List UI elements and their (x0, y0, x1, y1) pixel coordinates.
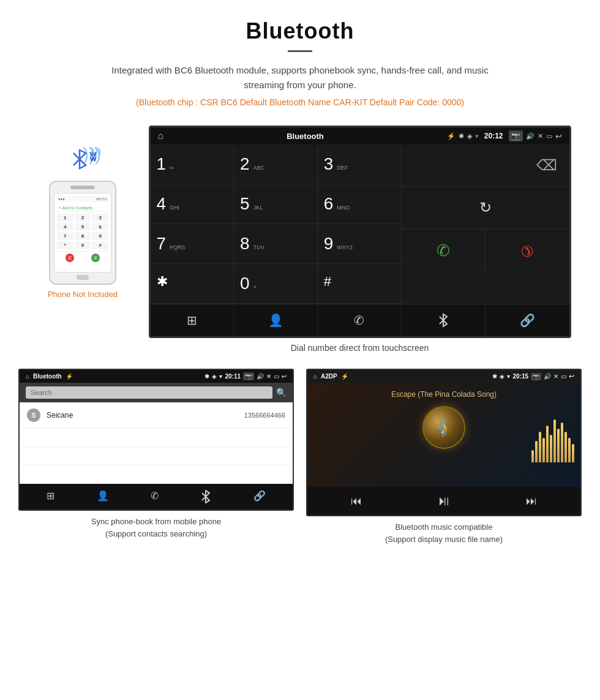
phone-key-3[interactable]: 3 (92, 214, 108, 222)
music-home-icon[interactable]: ⌂ (313, 373, 317, 380)
eq-bar-7 (553, 420, 556, 462)
pb-tool-dialpad[interactable]: ⊞ (47, 490, 54, 503)
toolbar-dialpad-button[interactable]: ⊞ (151, 304, 234, 336)
toolbar-link-button[interactable]: 🔗 (486, 304, 569, 336)
phone-key-5[interactable]: 5 (75, 223, 91, 231)
pb-time: 20:11 (225, 373, 241, 380)
car-screen-caption: Dial number direct from touchscreen (149, 343, 571, 353)
pb-camera-icon[interactable]: 📷 (243, 372, 254, 380)
phone-key-8[interactable]: 8 (75, 232, 91, 240)
next-track-button[interactable]: ⏭ (526, 495, 537, 508)
phone-screen-header: ●●●MOTO (57, 196, 108, 202)
bluetooth-specs: (Bluetooth chip : CSR BC6 Default Blueto… (12, 97, 588, 107)
dial-key-4[interactable]: 4GHI (151, 184, 234, 224)
phone-key-7[interactable]: 7 (57, 232, 73, 240)
phone-key-6[interactable]: 6 (92, 223, 108, 231)
window-icon[interactable]: ▭ (546, 132, 552, 140)
pb-tool-user[interactable]: 👤 (97, 490, 109, 503)
music-status-bar: ⌂ A2DP ⚡ ✱ ◈ ▾ 20:15 📷 🔊 ✕ ▭ ↩ (307, 370, 580, 383)
phone-key-1[interactable]: 1 (57, 214, 73, 222)
eq-bar-9 (561, 423, 563, 462)
phone-call-button[interactable]: ✆ (91, 254, 100, 262)
car-home-icon[interactable]: ⌂ (158, 130, 164, 141)
phone-key-4[interactable]: 4 (57, 223, 73, 231)
music-screen-icon[interactable]: ▭ (561, 373, 566, 380)
dial-key-7[interactable]: 7PQRS (151, 224, 234, 264)
phone-end-button[interactable]: ✆ (66, 254, 74, 262)
title-divider (288, 50, 312, 52)
status-time: 20:12 (484, 132, 503, 140)
backspace-icon[interactable]: ⌫ (536, 157, 557, 174)
phone-home-button[interactable] (77, 275, 89, 280)
phone-mockup: ●●●MOTO + Add to Contacts 1 2 3 4 5 6 7 … (49, 181, 116, 285)
answer-call-button[interactable]: ✆ (402, 229, 486, 273)
car-status-left: ⌂ (158, 130, 164, 141)
dial-key-1[interactable]: 1∞ (151, 145, 234, 184)
prev-track-button[interactable]: ⏮ (351, 495, 362, 508)
toolbar-contacts-button[interactable]: 👤 (234, 304, 318, 336)
music-usb-icon: ⚡ (341, 373, 348, 380)
dial-key-star[interactable]: ✱ (151, 264, 234, 304)
music-controls: ⏮ ⏯ ⏭ (307, 487, 580, 515)
pb-tool-phone[interactable]: ✆ (151, 490, 159, 503)
pb-tool-link[interactable]: 🔗 (253, 490, 266, 503)
contact-name: Seicane (47, 411, 238, 420)
contact-avatar: S (27, 408, 40, 422)
music-bt-icon: ✱ (492, 373, 497, 380)
pb-home-icon[interactable]: ⌂ (26, 373, 29, 380)
dial-key-3[interactable]: 3DEF (318, 145, 402, 184)
phonebook-list: S Seicane 13566664466 (20, 402, 293, 484)
eq-bar-1 (531, 450, 534, 462)
phone-key-0[interactable]: 0 (75, 241, 91, 249)
main-section: ))) ʬ ))) ●●●MOTO + Add to Contacts 1 2 … (0, 126, 600, 363)
music-camera-icon[interactable]: 📷 (531, 373, 541, 380)
close-screen-icon[interactable]: ✕ (538, 132, 543, 140)
pb-bt-icon: ✱ (204, 373, 209, 380)
phone-key-star[interactable]: * (57, 241, 73, 249)
music-back-icon[interactable]: ↩ (569, 372, 574, 380)
pb-back-icon[interactable]: ↩ (282, 373, 287, 380)
dial-key-5[interactable]: 5JKL (234, 184, 318, 224)
vol-icon[interactable]: 🔊 (526, 132, 534, 140)
phone-add-contacts: + Add to Contacts (57, 205, 108, 212)
phone-key-hash[interactable]: # (92, 241, 108, 249)
dial-key-0[interactable]: 0+ (234, 264, 318, 304)
car-status-bar: ⌂ Bluetooth ⚡ ✱ ◈ ▾ 20:12 📷 🔊 ✕ ▭ ↩ (151, 127, 569, 145)
music-close-icon[interactable]: ✕ (553, 373, 558, 380)
pb-vol-icon[interactable]: 🔊 (257, 373, 264, 380)
dial-key-6[interactable]: 6MNO (318, 184, 402, 224)
end-call-button[interactable]: ✆ (486, 229, 569, 273)
music-content-area: Escape (The Pina Colada Song) ♪ (307, 383, 580, 487)
dial-key-2[interactable]: 2ABC (234, 145, 318, 184)
dial-key-8[interactable]: 8TUV (234, 224, 318, 264)
pb-tool-bluetooth-icon[interactable] (200, 490, 211, 503)
phone-container: ))) ʬ ))) ●●●MOTO + Add to Contacts 1 2 … (29, 126, 137, 299)
camera-icon[interactable]: 📷 (509, 130, 523, 141)
pb-status-left: ⌂ Bluetooth ⚡ (26, 373, 73, 380)
pb-close-icon[interactable]: ✕ (266, 373, 271, 380)
back-icon[interactable]: ↩ (555, 132, 562, 141)
contact-list-item[interactable]: S Seicane 13566664466 (20, 402, 293, 429)
dial-key-9[interactable]: 9WXYZ (318, 224, 402, 264)
bt-status-icon: ✱ (459, 132, 464, 140)
dial-key-hash[interactable]: # (318, 264, 402, 304)
toolbar-bluetooth-button[interactable] (402, 304, 486, 336)
contacts-icon: 👤 (268, 313, 283, 328)
phone-keypad: 1 2 3 4 5 6 7 8 9 * 0 # (57, 214, 108, 249)
play-pause-button[interactable]: ⏯ (437, 493, 451, 509)
music-status-right: ✱ ◈ ▾ 20:15 📷 🔊 ✕ ▭ ↩ (492, 372, 574, 380)
redial-row[interactable]: ↻ (402, 187, 569, 229)
phonebook-status-bar: ⌂ Bluetooth ⚡ ✱ ◈ ▾ 20:11 📷 🔊 ✕ ▭ ↩ (20, 370, 293, 383)
phonebook-search-input[interactable]: Search (26, 386, 272, 399)
eq-bar-10 (564, 432, 567, 462)
phone-not-included-label: Phone Not Included (48, 290, 118, 299)
call-buttons-row: ✆ ✆ (402, 229, 569, 273)
phone-key-2[interactable]: 2 (75, 214, 91, 222)
toolbar-phone-button[interactable]: ✆ (318, 304, 402, 336)
phone-key-9[interactable]: 9 (92, 232, 108, 240)
search-icon[interactable]: 🔍 (276, 388, 287, 397)
pb-screen-icon[interactable]: ▭ (274, 373, 279, 380)
car-screen: ⌂ Bluetooth ⚡ ✱ ◈ ▾ 20:12 📷 🔊 ✕ ▭ ↩ (149, 126, 571, 338)
music-vol-icon[interactable]: 🔊 (544, 373, 551, 380)
music-time: 20:15 (512, 373, 528, 380)
